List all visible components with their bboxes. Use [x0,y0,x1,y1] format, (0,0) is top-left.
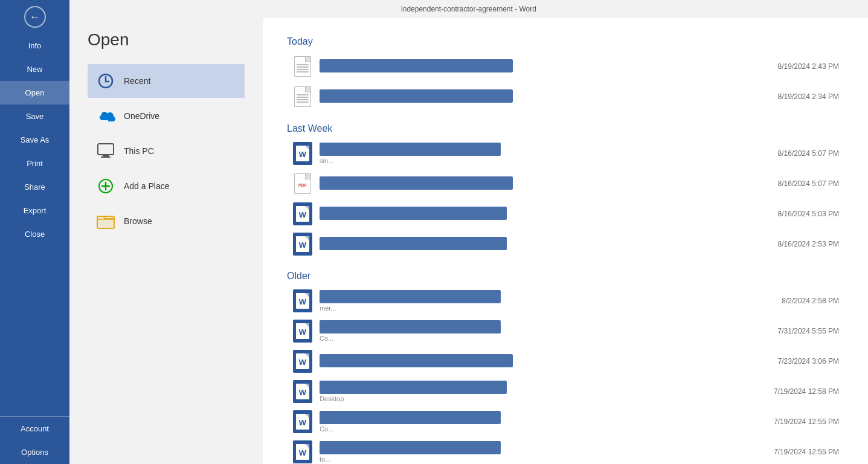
file-date: 7/19/2024 12:55 PM [774,417,839,426]
title-bar: independent-contractor-agreement - Word [69,0,868,18]
file-info [320,176,766,191]
sidebar-item-open[interactable]: Open [0,81,69,105]
file-info [320,59,766,74]
nav-onedrive-label: OneDrive [124,111,159,121]
file-date: 8/2/2024 2:58 PM [782,297,839,305]
svg-rect-3 [101,156,111,158]
file-icon-doc [292,86,313,108]
file-name-bar [320,320,501,334]
file-path: sin... [320,157,766,164]
file-path: to... [320,456,762,463]
file-name-bar [320,207,507,220]
file-info [320,237,766,251]
nav-browse-label: Browse [124,216,152,226]
content-body: Open Recent OneDrive [69,18,868,464]
file-info [320,354,766,369]
file-item[interactable]: 8/19/2024 2:34 PM [287,82,844,111]
back-button[interactable]: ← [0,0,69,34]
sidebar-bottom: Account Options [0,416,69,464]
nav-recent-label: Recent [124,76,150,86]
file-item[interactable]: WCo...7/19/2024 12:55 PM [287,407,844,436]
sidebar-item-account[interactable]: Account [0,417,69,440]
nav-addplace-label: Add a Place [124,181,170,191]
file-name-bar [320,411,501,424]
sidebar-item-export[interactable]: Export [0,199,69,222]
file-item[interactable]: W8/16/2024 2:53 PM [287,230,844,259]
svg-rect-1 [98,144,114,155]
nav-thispc-label: This PC [124,146,154,156]
nav-item-browse[interactable]: Browse [88,204,245,238]
window-title: independent-contractor-agreement - Word [401,5,536,13]
file-date: 8/16/2024 5:03 PM [778,210,839,218]
file-item[interactable]: WDesktop7/19/2024 12:58 PM [287,377,844,406]
file-item[interactable]: W8/16/2024 5:03 PM [287,199,844,228]
back-circle-icon: ← [24,6,46,28]
sidebar-item-info[interactable]: Info [0,34,69,57]
file-icon-word: W [292,320,313,342]
sidebar-item-close[interactable]: Close [0,222,69,246]
file-info: to... [320,441,762,463]
main-content: independent-contractor-agreement - Word … [69,0,868,464]
recent-icon [95,70,117,92]
sidebar-item-save[interactable]: Save [0,105,69,128]
file-info: Co... [320,320,766,342]
recent-panel: Today8/19/2024 2:43 PM8/19/2024 2:34 PML… [263,18,868,464]
file-info: Desktop [320,381,762,402]
svg-rect-2 [103,155,109,156]
addplace-icon [95,175,117,197]
file-path: Co... [320,425,762,433]
file-icon-word: W [292,381,313,402]
file-path: mer... [320,304,770,312]
file-name-bar [320,441,501,454]
file-icon-word: W [292,350,313,372]
open-title: Open [88,30,245,50]
file-path: Desktop [320,395,762,402]
file-date: 8/19/2024 2:43 PM [778,62,839,71]
thispc-icon [95,140,117,162]
sidebar-item-saveas[interactable]: Save As [0,128,69,152]
file-item[interactable]: 8/19/2024 2:43 PM [287,52,844,81]
file-date: 8/16/2024 5:07 PM [778,149,839,158]
file-icon-pdf: PDF [292,173,313,195]
section-title-2: Older [287,271,844,282]
file-icon-word: W [292,441,313,463]
file-info: mer... [320,290,770,312]
file-info [320,207,766,221]
file-name-bar [320,354,513,367]
nav-item-recent[interactable]: Recent [88,64,245,98]
nav-item-onedrive[interactable]: OneDrive [88,99,245,133]
file-icon-word: W [292,143,313,164]
file-icon-doc [292,56,313,77]
sidebar-nav: Info New Open Save Save As Print Share E… [0,34,69,416]
file-item[interactable]: Wsin...8/16/2024 5:07 PM [287,139,844,168]
nav-item-addplace[interactable]: Add a Place [88,169,245,203]
sidebar-item-new[interactable]: New [0,57,69,81]
file-info [320,89,766,104]
sidebar: ← Info New Open Save Save As Print Share… [0,0,69,464]
file-icon-word: W [292,233,313,255]
file-info: Co... [320,411,762,433]
nav-item-thispc[interactable]: This PC [88,134,245,168]
section-title-0: Today [287,36,844,47]
sidebar-item-share[interactable]: Share [0,175,69,199]
file-icon-word: W [292,290,313,312]
file-item[interactable]: Wto...7/19/2024 12:55 PM [287,437,844,464]
file-name-bar [320,290,501,303]
file-date: 7/31/2024 5:55 PM [778,327,839,335]
file-path: Co... [320,335,766,342]
file-name-bar [320,237,507,250]
section-title-1: Last Week [287,123,844,134]
sidebar-item-options[interactable]: Options [0,440,69,464]
sidebar-item-print[interactable]: Print [0,152,69,175]
file-info: sin... [320,143,766,164]
file-item[interactable]: W7/23/2024 3:06 PM [287,347,844,376]
file-name-bar [320,176,513,190]
file-item[interactable]: WCo...7/31/2024 5:55 PM [287,317,844,346]
file-name-bar [320,89,513,103]
file-date: 8/19/2024 2:34 PM [778,92,839,101]
file-date: 7/19/2024 12:58 PM [774,387,839,396]
file-name-bar [320,381,507,394]
file-item[interactable]: PDF8/16/2024 5:07 PM [287,169,844,198]
file-date: 7/23/2024 3:06 PM [778,357,839,366]
file-item[interactable]: Wmer...8/2/2024 2:58 PM [287,286,844,315]
